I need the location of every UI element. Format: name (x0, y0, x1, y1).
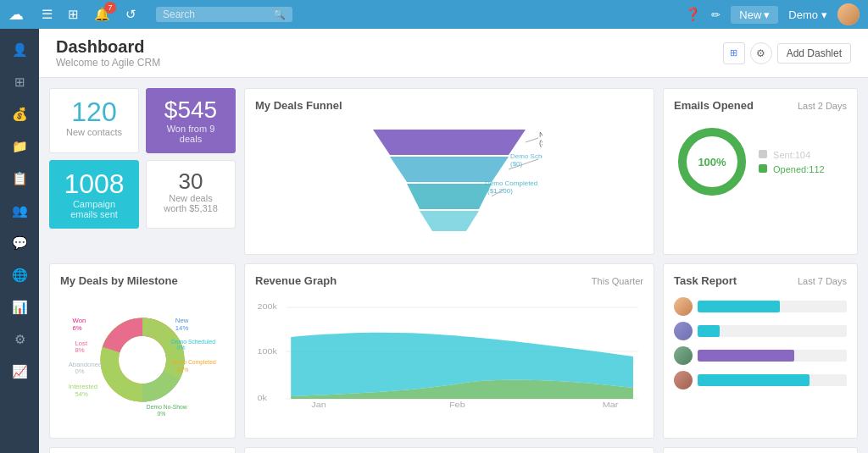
edit-icon[interactable]: ✏ (711, 8, 721, 21)
demo-button[interactable]: Demo ▾ (788, 8, 827, 21)
svg-text:($0): ($0) (510, 160, 523, 168)
sidebar-item-files[interactable]: 📁 (3, 132, 36, 161)
task-bar-outer-1 (698, 301, 847, 312)
svg-text:Demo Completed: Demo Completed (485, 180, 537, 187)
row-2: My Deals by Milestone (49, 263, 858, 439)
svg-text:Lost: Lost (75, 340, 87, 347)
task-report-period: Last 7 Days (798, 276, 847, 286)
apps-grid-button[interactable]: ⊞ (723, 42, 745, 64)
svg-line-4 (526, 138, 538, 142)
contacts-number: 120 (62, 97, 126, 127)
task-bar-row-2 (674, 322, 847, 340)
contacts-label: New contacts (62, 127, 126, 137)
sent-legend: Sent:104 (759, 150, 825, 160)
sidebar-item-settings[interactable]: ⚙ (3, 325, 36, 354)
header-actions: ⊞ ⚙ Add Dashlet (723, 42, 851, 64)
sidebar-item-groups[interactable]: 👥 (3, 196, 36, 225)
row-3: My Contacts DI Dion Other, Signup (49, 447, 858, 453)
revenue-svg: 200k 100k 0k Jan (255, 299, 643, 409)
task-bars (674, 297, 847, 389)
revenue-period: This Quarter (592, 276, 643, 286)
sidebar-item-web[interactable]: 🌐 (3, 261, 36, 290)
svg-text:New: New (539, 130, 542, 139)
svg-text:100k: 100k (257, 347, 277, 356)
svg-text:Demo Scheduled: Demo Scheduled (171, 339, 215, 345)
svg-text:0%: 0% (157, 411, 165, 417)
tasks-card: Tasks All Over Due Call for Demo Francoi… (663, 447, 858, 453)
funnel-chart: New ($500) Demo Scheduled ($0) Demo Comp… (255, 117, 643, 244)
search-input[interactable] (163, 8, 273, 20)
donut-chart: 100% (674, 124, 750, 200)
activities-card: Activities ✉ ✉ Email subject - Agile CRM… (244, 447, 654, 453)
svg-text:0%: 0% (177, 345, 186, 351)
app-body: 👤 ⊞ 💰 📁 📋 👥 💬 🌐 📊 ⚙ 📈 Dashboard Welcome … (0, 29, 868, 453)
sidebar-item-tasks[interactable]: 📋 (3, 164, 36, 193)
revenue-title: Revenue Graph (255, 274, 337, 287)
sidebar-item-reports[interactable]: 📊 (3, 293, 36, 322)
search-box: 🔍 (156, 7, 292, 22)
sidebar: 👤 ⊞ 💰 📁 📋 👥 💬 🌐 📊 ⚙ 📈 (0, 29, 39, 453)
task-bar-row-3 (674, 346, 847, 365)
sidebar-item-messages[interactable]: 💬 (3, 229, 36, 257)
emails-header: Emails Opened Last 2 Days (674, 99, 847, 117)
pie-chart: Won 6% New 14% Demo Scheduled 0% Demo Co… (60, 292, 225, 428)
notification-badge: 7 (104, 2, 116, 14)
svg-marker-3 (420, 211, 479, 231)
task-bar-inner-1 (698, 301, 780, 312)
page-title: Dashboard (56, 37, 160, 57)
svg-text:54%: 54% (75, 390, 88, 398)
emails-card: Emails Opened Last 2 Days 100% (663, 88, 858, 255)
svg-text:0k: 0k (257, 394, 266, 402)
svg-text:($500): ($500) (539, 139, 542, 147)
new-button[interactable]: New ▾ (731, 6, 778, 24)
search-icon: 🔍 (273, 8, 286, 20)
add-dashlet-button[interactable]: Add Dashlet (777, 43, 851, 64)
row-1: 120 New contacts $545 Won from 9 deals 1… (49, 88, 858, 255)
revenue-card: Revenue Graph This Quarter 200k 100k 0k (244, 263, 654, 439)
chevron-down-icon: ▾ (821, 8, 827, 21)
svg-text:Demo No-Show: Demo No-Show (147, 404, 187, 410)
sidebar-item-analytics[interactable]: 📈 (3, 357, 36, 386)
donut-percent: 100% (698, 156, 726, 168)
task-bar-row-4 (674, 371, 847, 389)
top-nav: ☁ ☰ ⊞ 🔔7 ↺ 🔍 ❓ ✏ New ▾ Demo ▾ (0, 0, 868, 29)
sidebar-item-contacts[interactable]: 👤 (3, 36, 36, 64)
campaign-number: 1008 (62, 169, 126, 199)
revenue-chart: 200k 100k 0k Jan (255, 299, 643, 409)
task-avatar-3 (674, 346, 693, 365)
milestone-card: My Deals by Milestone (49, 263, 236, 439)
gear-button[interactable]: ⚙ (750, 42, 772, 64)
task-bar-outer-3 (698, 350, 847, 362)
task-bar-outer-2 (698, 325, 847, 337)
nav-grid-icon[interactable]: ⊞ (64, 5, 83, 24)
email-legend: Sent:104 Opened:112 (759, 150, 825, 174)
task-bar-inner-3 (698, 350, 794, 362)
page-title-area: Dashboard Welcome to Agile CRM (56, 37, 160, 69)
help-icon[interactable]: ❓ (685, 7, 701, 22)
task-report-header: Task Report Last 7 Days (674, 274, 847, 292)
task-bar-inner-2 (698, 325, 720, 337)
svg-text:33%: 33% (177, 367, 189, 373)
svg-text:14%: 14% (175, 324, 189, 332)
logo-icon[interactable]: ☁ (8, 5, 24, 24)
nav-history-icon[interactable]: ↺ (121, 5, 141, 24)
svg-point-23 (120, 337, 165, 383)
donut-container: 100% Sent:104 Opened:112 (674, 124, 847, 200)
deals-stat: 30 New deals worth $5,318 (146, 160, 236, 229)
avatar-image (837, 3, 860, 25)
page-subtitle: Welcome to Agile CRM (56, 57, 160, 69)
emails-period: Last 2 Days (798, 101, 847, 111)
sidebar-item-deals[interactable]: 💰 (3, 100, 36, 129)
won-stat: $545 Won from 9 deals (146, 88, 236, 153)
svg-text:Jan: Jan (311, 401, 326, 409)
svg-text:8%: 8% (75, 346, 84, 354)
svg-text:6%: 6% (73, 324, 82, 332)
nav-notification-icon[interactable]: 🔔7 (90, 5, 114, 24)
svg-text:Mar: Mar (603, 401, 619, 409)
svg-text:Won: Won (73, 317, 86, 324)
task-bar-outer-4 (698, 374, 847, 386)
avatar[interactable] (837, 3, 860, 25)
svg-text:Demo Completed: Demo Completed (171, 359, 216, 366)
nav-menu-icon[interactable]: ☰ (37, 5, 57, 24)
sidebar-item-apps[interactable]: ⊞ (3, 68, 36, 97)
